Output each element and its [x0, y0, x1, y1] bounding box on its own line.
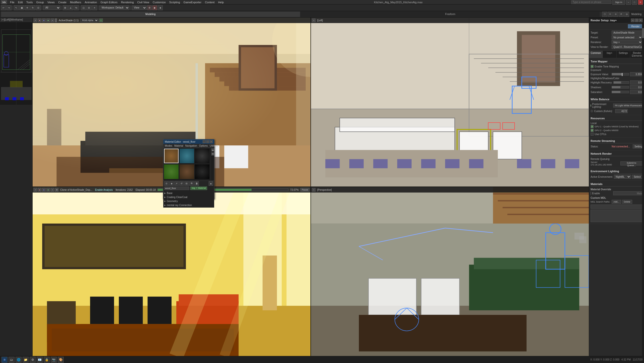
me-tool-reset[interactable]: ↺: [179, 181, 184, 186]
vp-tl-pin[interactable]: ●: [38, 19, 41, 22]
taskbar-icon-5[interactable]: 📧: [37, 357, 43, 363]
menu-item-tools[interactable]: Tools: [25, 1, 34, 4]
rp-minimize[interactable]: –: [631, 19, 634, 22]
vp-bl-pause[interactable]: Pause: [300, 188, 309, 192]
me-tool-pick[interactable]: ⊙: [164, 181, 169, 186]
tab-modeling[interactable]: Modeling: [1, 12, 300, 17]
material-editor-btn[interactable]: ◈: [158, 5, 163, 10]
me-name-input[interactable]: [164, 187, 189, 190]
rp-view-dropdown[interactable]: Quad 4 - ReverseViewCamera: [612, 45, 644, 49]
layer-btn[interactable]: ≡: [92, 5, 97, 10]
window-maximize-btn[interactable]: □: [632, 0, 637, 5]
rp-mat-field[interactable]: [613, 191, 644, 195]
menu-item-animation[interactable]: Animation: [83, 1, 99, 4]
rp-tab-common[interactable]: Common: [589, 51, 603, 58]
me-iray-btn[interactable]: Iray + Material: [190, 187, 207, 190]
left-viewport-wireframe[interactable]: [0, 22, 33, 105]
me-swatch-brown[interactable]: [180, 164, 194, 179]
menu-item-edit[interactable]: Edit: [17, 1, 24, 4]
tab-freeform[interactable]: Freeform: [301, 12, 600, 17]
rp-preset-dropdown[interactable]: No preset selected: [612, 35, 642, 39]
vp-bl-menu[interactable]: +: [34, 188, 37, 192]
me-tool-copy[interactable]: ⧉: [189, 181, 194, 186]
vp-tl-close[interactable]: ×: [51, 19, 54, 22]
menu-item-modifiers[interactable]: Modifiers: [68, 1, 83, 4]
viewport-bottom-right[interactable]: + [Perspective]: [311, 187, 589, 356]
rp-el-dropdown[interactable]: NightBL DayLight: [614, 175, 631, 179]
loop-btn[interactable]: ⟳: [619, 12, 624, 17]
me-swatch-black1[interactable]: [195, 149, 209, 163]
rp-saturation-input[interactable]: [630, 90, 642, 94]
rp-mat-enable-checkbox[interactable]: [591, 192, 591, 195]
me-prop-base[interactable]: ▶ Base: [164, 191, 213, 195]
me-menu-modes[interactable]: Modes: [165, 144, 172, 147]
angle-snap-btn[interactable]: ∠: [68, 5, 73, 10]
me-menu-options[interactable]: Options: [199, 144, 208, 147]
right-panel-scrollbar[interactable]: [642, 23, 644, 356]
vp-br-menu[interactable]: +: [312, 188, 315, 192]
rp-render-btn[interactable]: Render: [628, 24, 643, 28]
vp-bl-pin3[interactable]: ●: [46, 188, 50, 192]
rp-custom-input[interactable]: [615, 109, 628, 113]
sign-in-btn[interactable]: Sign In: [612, 0, 625, 5]
rp-maximize[interactable]: □: [635, 19, 638, 22]
rp-close[interactable]: ×: [639, 19, 642, 22]
me-minimize[interactable]: –: [203, 140, 206, 143]
me-side-btn1[interactable]: ▲: [211, 148, 214, 151]
menu-item-help[interactable]: Help: [217, 1, 225, 4]
menu-item-gameexporter[interactable]: GameExporter: [182, 1, 203, 4]
render-btn[interactable]: ▶: [152, 5, 157, 10]
taskbar-icon-3[interactable]: 📁: [23, 357, 29, 363]
taskbar-icon-2[interactable]: 🌐: [16, 357, 22, 363]
me-prop-geometry[interactable]: ▶ Geometry: [164, 199, 213, 203]
me-menu-navigation[interactable]: Navigation: [185, 144, 197, 147]
rp-gpu1-checkbox[interactable]: [591, 125, 594, 128]
menu-item-graph-editors[interactable]: Graph Editors: [99, 1, 119, 4]
rp-predominant-dropdown[interactable]: F8 Light White Fluorescent [415°: [613, 104, 644, 108]
window-close-btn[interactable]: ✕: [638, 0, 643, 5]
menu-item-scripting[interactable]: Scripting: [168, 1, 182, 4]
rp-shadows-slider[interactable]: [612, 86, 629, 88]
rp-exposure-input[interactable]: [630, 72, 642, 76]
rp-mdl-add-btn[interactable]: Add...: [612, 200, 621, 204]
paint-btn[interactable]: ✏: [608, 12, 613, 17]
menu-item-content[interactable]: Content: [203, 1, 216, 4]
vp-tr-menu[interactable]: +: [312, 19, 315, 22]
menu-item-rendering[interactable]: Rendering: [120, 1, 135, 4]
rp-mdl-path-input[interactable]: C:\Users\NVIDIA\Documents\mdl: [591, 205, 642, 209]
me-swatch-black2[interactable]: [195, 164, 209, 179]
vp-bl-settings[interactable]: ⚙: [55, 188, 58, 192]
start-btn[interactable]: ⊞: [2, 357, 8, 363]
menu-item-views[interactable]: Views: [46, 1, 56, 4]
rp-saturation-slider[interactable]: [612, 91, 629, 93]
me-swatch-green[interactable]: [164, 164, 179, 179]
mirror-btn[interactable]: ◫: [81, 5, 86, 10]
view-dropdown[interactable]: View: [132, 6, 147, 10]
viewport-top-right[interactable]: + [Left]: [311, 18, 589, 187]
rp-highlight-input[interactable]: [630, 80, 642, 84]
select-region-btn[interactable]: ▦: [19, 5, 24, 10]
rp-mdl-path-textarea[interactable]: [591, 210, 642, 222]
rp-cpus-checkbox[interactable]: [591, 133, 594, 136]
rp-exposure-slider[interactable]: [612, 73, 629, 75]
rp-predominant-radio[interactable]: [591, 104, 591, 107]
rp-tab-settings[interactable]: Settings: [617, 51, 630, 58]
rp-highlight-slider[interactable]: [613, 81, 629, 84]
taskbar-icon-8[interactable]: 🎨: [58, 357, 64, 363]
me-prop-coating[interactable]: ▶ Coating ClearCoat: [164, 195, 213, 199]
poly-model-btn[interactable]: ⬡: [602, 12, 607, 17]
scale-btn[interactable]: ⊡: [36, 5, 41, 10]
workspace-dropdown[interactable]: Workspace: Default: [99, 6, 129, 10]
select-btn[interactable]: ↖: [14, 5, 19, 10]
reference-dropdown[interactable]: All Selected: [43, 6, 60, 10]
me-tool-make-unique[interactable]: ⊟: [184, 181, 189, 186]
taskbar-icon-1[interactable]: 🗂: [9, 357, 15, 363]
percent-snap-btn[interactable]: %: [74, 5, 79, 10]
viewport-bottom-left[interactable]: + ● ● ● × ⚙ Clone of ActiveShade_Dop... …: [33, 187, 310, 356]
align-btn[interactable]: ⊟: [87, 5, 92, 10]
rp-renderer-dropdown[interactable]: Iray +: [612, 40, 642, 44]
vp-tl-channel-dropdown[interactable]: RGB Alpha RGB Alpha: [80, 19, 99, 22]
render-setup-btn[interactable]: ⚙: [147, 5, 152, 10]
me-close[interactable]: ×: [210, 140, 213, 143]
menu-item-create[interactable]: Create: [57, 1, 68, 4]
